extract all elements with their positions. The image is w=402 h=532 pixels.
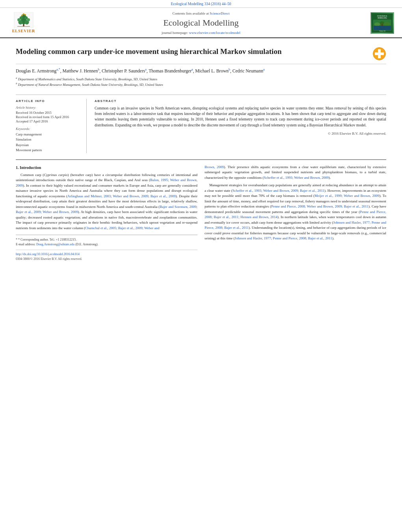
email-suffix-text: (D.E. Armstrong).: [75, 243, 98, 246]
doi-link: http://dx.doi.org/10.1016/j.ecolmodel.20…: [16, 252, 197, 257]
affiliation-b: b Department of Natural Resource Managem…: [16, 82, 386, 87]
ref-bajer-sorensen[interactable]: Bajer and Sorensen, 2009; Bajer et al., …: [16, 205, 197, 214]
affil-sup-b: b: [16, 82, 17, 85]
svg-rect-23: [374, 26, 391, 30]
article-info-heading: ARTICLE INFO: [16, 99, 81, 103]
elsevier-logo-area: ELSEVIER: [8, 12, 39, 34]
copyright-line: © 2016 Elsevier B.V. All rights reserved…: [95, 131, 386, 136]
issn-line: 0304-3800/© 2016 Elsevier B.V. All right…: [16, 257, 197, 261]
svg-point-9: [24, 17, 28, 20]
footnote-corresponding: * * Corresponding author. Tel.: +1 21883…: [16, 237, 197, 242]
article-title-section: Modeling common carp under-ice movement …: [16, 43, 386, 64]
authors-line: Douglas E. Armstronga,*, Matthew J. Henn…: [16, 67, 386, 74]
ref-johnsen[interactable]: Johnsen and Hasler, 1977; Penne and Pier…: [205, 221, 386, 230]
journal-cover-image: ECOLOGICAL MODELLING Volume 334: [371, 13, 394, 33]
keywords-label: Keywords:: [16, 127, 81, 132]
intro-para-3: Management strategies for overabundant c…: [205, 183, 386, 241]
ref-meijer[interactable]: Meijer et al., 1999; Weber and Brown, 20…: [315, 194, 379, 198]
ref-scheffer1993[interactable]: Scheffer et al., 1993; Weber and Brown, …: [264, 176, 329, 180]
ref-chumchal[interactable]: Chumchal et al., 2005; Bajer et al., 200…: [85, 226, 160, 230]
doi-anchor[interactable]: http://dx.doi.org/10.1016/j.ecolmodel.20…: [16, 252, 80, 256]
body-column-left: 1. Introduction Common carp (Cyprinus ca…: [16, 165, 197, 261]
section1-heading: 1. Introduction: [16, 165, 197, 171]
svg-text:MODELLING: MODELLING: [378, 17, 387, 19]
journal-thumbnail-area: ECOLOGICAL MODELLING Volume 334: [363, 12, 394, 34]
elsevier-logo: ELSEVIER: [8, 12, 39, 34]
crossmark-icon[interactable]: [372, 47, 386, 61]
homepage-line: journal homepage: www.elsevier.com/locat…: [39, 30, 363, 35]
keyword-1: Carp management: [16, 132, 81, 137]
history-label: Article history:: [16, 106, 81, 110]
keywords-section: Keywords: Carp management Simulation Bay…: [16, 127, 81, 153]
affiliations: a Department of Mathematics and Statisti…: [16, 76, 386, 87]
contents-label: Contents lists available at: [173, 11, 209, 15]
email-link[interactable]: Doug.Armstrong@sdstate.edu: [36, 243, 74, 246]
ref-balon1995[interactable]: Balon, 1995; Weber and Brown, 2009: [16, 178, 197, 187]
svg-text:Volume 334: Volume 334: [379, 31, 385, 32]
author-sup-a1: a,*: [56, 68, 60, 71]
accepted-date: Accepted 17 April 2016: [16, 119, 81, 124]
svg-point-19: [374, 22, 380, 26]
info-abstract-columns: ARTICLE INFO Article history: Received 1…: [16, 95, 386, 153]
author-sup-a4: a: [263, 68, 265, 71]
author-sup-b1: b: [98, 68, 99, 71]
affiliation-a: a Department of Mathematics and Statisti…: [16, 76, 386, 82]
author-sup-a2: a: [145, 68, 147, 71]
received-date: Received 16 October 2015: [16, 111, 81, 115]
intro-para-2: Brown, 2009). Their presence shifts aqua…: [205, 165, 386, 181]
article-info-column: ARTICLE INFO Article history: Received 1…: [16, 99, 87, 153]
ref-johnsen2[interactable]: Johnsen and Hasler, 1977; Penne and Pier…: [235, 236, 333, 240]
page: Ecological Modelling 334 (2016) 44–50: [0, 0, 402, 532]
contents-available-line: Contents lists available at ScienceDirec…: [39, 11, 363, 16]
ref-scheffer-mgmt[interactable]: Scheffer et al., 1993; Weber and Brown, …: [233, 189, 324, 193]
author-sup-a3: a: [192, 68, 193, 71]
revised-date: Received in revised form 15 April 2016: [16, 115, 81, 119]
keyword-3: Bayesian: [16, 143, 81, 148]
ref-brown2009[interactable]: Brown, 2009: [205, 165, 224, 169]
svg-text:ECOLOGICAL: ECOLOGICAL: [377, 16, 387, 17]
top-journal-bar: Ecological Modelling 334 (2016) 44–50: [0, 0, 402, 8]
article-title: Modeling common carp under-ice movement …: [16, 47, 368, 57]
body-column-right: Brown, 2009). Their presence shifts aqua…: [205, 165, 386, 261]
journal-cover-thumb: ECOLOGICAL MODELLING Volume 334: [370, 12, 394, 34]
abstract-heading: ABSTRACT: [95, 99, 386, 103]
abstract-text: Common carp is an invasive species in No…: [95, 106, 386, 128]
sciencedirect-link[interactable]: ScienceDirect: [210, 11, 229, 15]
svg-point-10: [21, 15, 23, 16]
homepage-label: journal homepage:: [162, 31, 188, 35]
authors-section: Douglas E. Armstronga,*, Matthew J. Henn…: [16, 64, 386, 89]
author-sup-b2: b: [229, 68, 230, 71]
journal-volume-text: Ecological Modelling 334 (2016) 44–50: [171, 2, 231, 6]
svg-point-22: [380, 22, 383, 24]
ref-penne-pierce[interactable]: Penne and Pierce, 2008; Weber and Brown,…: [271, 204, 368, 208]
elsevier-brand-text: ELSEVIER: [12, 28, 35, 34]
email-label-text: E-mail address:: [16, 243, 35, 246]
elsevier-tree-icon: [14, 12, 34, 28]
svg-point-8: [20, 17, 23, 20]
keyword-2: Simulation: [16, 137, 81, 143]
corresponding-author-text: * Corresponding author. Tel.: +1 2188312…: [18, 238, 76, 241]
svg-point-11: [24, 14, 26, 16]
page-footer: http://dx.doi.org/10.1016/j.ecolmodel.20…: [16, 250, 197, 261]
abstract-column: ABSTRACT Common carp is an invasive spec…: [95, 99, 386, 153]
ref-arlinghaus[interactable]: Arlinghaus and Mehner, 2003; Weber and B…: [67, 194, 176, 198]
affil-sup-a: a: [16, 76, 17, 80]
footnote-email-line: E-mail address: Doug.Armstrong@sdstate.e…: [16, 242, 197, 247]
journal-title: Ecological Modelling: [39, 17, 363, 29]
intro-para-1: Common carp (Cyprinus carpio) (hereafter…: [16, 172, 197, 231]
body-columns: 1. Introduction Common carp (Cyprinus ca…: [16, 159, 386, 261]
ref-penne-bajer[interactable]: Penne and Pierce, 2008; Bajer et al., 20…: [205, 210, 386, 219]
journal-center-info: Contents lists available at ScienceDirec…: [39, 11, 363, 35]
footnotes-section: * * Corresponding author. Tel.: +1 21883…: [16, 235, 197, 246]
svg-rect-27: [375, 52, 384, 55]
main-content: Modeling common carp under-ice movement …: [0, 38, 402, 265]
journal-header: ELSEVIER Contents lists available at Sci…: [0, 8, 402, 38]
homepage-url[interactable]: www.elsevier.com/locate/ecolmodel: [189, 31, 240, 35]
svg-point-20: [384, 22, 391, 26]
svg-point-12: [23, 13, 24, 15]
keyword-4: Movement pattern: [16, 148, 81, 153]
